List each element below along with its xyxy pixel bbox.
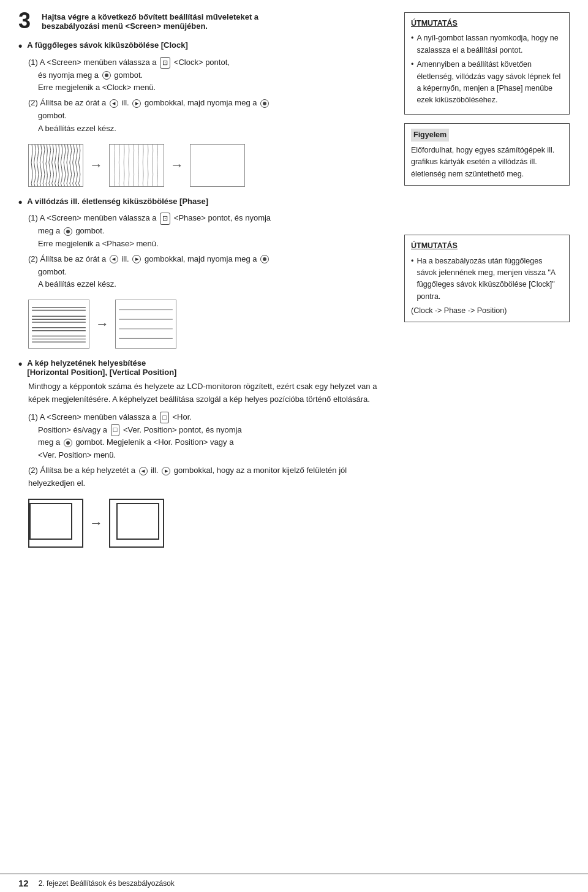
info-box-figyelem: Figyelem Előfordulhat, hogy egyes számít… [404,123,570,186]
phase-step1e: Erre megjelenik a <Phase> menü. [38,239,159,248]
clock-step1b: <Clock> pontot, [174,58,230,67]
clock-step2: (2) Állítsa be az órát a ill. gombokkal,… [28,97,386,135]
pos-inner-before [29,503,72,540]
pos-step1: (1) A <Screen> menüben válassza a □ <Hor… [28,411,386,462]
circle-button-2 [260,99,269,108]
utmutatas2-item2: (Clock -> Phase -> Position) [411,305,563,317]
circle-button-4 [260,255,269,263]
arrow-left-3 [139,467,148,475]
clock-step1e: Erre megjelenik a <Clock> menü. [38,83,156,92]
clock-step2-text: (2) Állítsa be az órát a [28,98,106,107]
info-box-utmutatas2: ÚTMUTATÁS Ha a beszabályozás után függől… [404,235,570,322]
page-header: 3 Hajtsa végre a következő bővített beál… [18,12,386,32]
section-clock-title: • A függőleges sávok kiküszöbölése [Cloc… [18,40,386,53]
utmutatas1-item1-text: A nyíl-gombot lassan nyomkodja, hogy ne … [417,32,563,56]
circle-button-3 [64,227,72,236]
pos-step1g: <Ver. Position> menü. [38,450,116,459]
section-clock-label: A függőleges sávok kiküszöbölése [Clock] [27,40,187,50]
arrow-right-3 [162,467,170,475]
utmutatas1-title: ÚTMUTATÁS [411,18,563,29]
utmutatas1-item2: Amennyiben a beállítást követően életlen… [411,59,563,107]
pos-title2: [Horizontal Position], [Vertical Positio… [27,368,176,377]
utmutatas2-item1-text: Ha a beszabályozás után függőleges sávok… [417,255,563,303]
phase-step1-text: (1) A <Screen> menüben válassza a [28,213,157,222]
right-column: ÚTMUTATÁS A nyíl-gombot lassan nyomkodja… [404,12,570,861]
pos-step2-text: (2) Állítsa be a kép helyzetét a [28,466,135,475]
header-text: Hajtsa végre a következő bővített beállí… [42,12,258,31]
arrow-left-1 [110,99,118,108]
utmutatas2-title: ÚTMUTATÁS [411,240,563,252]
pos-inner-after [116,503,159,540]
clock-step2c: gombokkal, majd nyomja meg a [145,98,257,107]
clock-diagram-after2 [190,144,245,187]
phase-icon: ⊡ [160,213,170,225]
hor-icon: □ [160,412,169,424]
utmutatas1-item1: A nyíl-gombot lassan nyomkodja, hogy ne … [411,32,563,56]
footer-page-number: 12 [18,878,29,888]
info-box-utmutatas1: ÚTMUTATÁS A nyíl-gombot lassan nyomkodja… [404,12,570,115]
clock-step2b: ill. [121,98,129,107]
pos-step1f: gombot. Megjelenik a <Hor. Position> vag… [75,437,233,447]
arrow-3: → [96,316,109,332]
arrow-4: → [89,515,103,531]
phase-lines-svg [29,300,89,348]
section-position-title: • A kép helyzetének helyesbítése [Horizo… [18,358,386,377]
pos-diagram-before [28,499,83,548]
phase-step1: (1) A <Screen> menüben válassza a ⊡ <Pha… [28,212,386,250]
pos-step1e: meg a [38,437,60,447]
page-number: 3 [18,10,31,32]
phase-step2: (2) Állítsa be az órát a ill. gombokkal,… [28,253,386,291]
section-clock: • A függőleges sávok kiküszöbölése [Cloc… [18,40,386,187]
pos-desc: Minthogy a képpontok száma és helyzete a… [28,380,386,406]
arrow-2: → [170,157,184,173]
position-diagram: → [28,499,386,548]
phase-diagram-after [115,300,176,349]
section-position: • A kép helyzetének helyesbítése [Horizo… [18,358,386,547]
wavy-lines-lighter-svg [110,145,164,186]
phase-step2d: gombot. [38,267,67,276]
phase-step2c: gombokkal, majd nyomja meg a [145,254,257,263]
clock-icon: ⊡ [160,57,170,69]
bullet-dot-3: • [18,358,22,371]
section-phase-label: A villódzás ill. életlenség kiküszöbölés… [27,197,208,206]
section-phase: • A villódzás ill. életlenség kiküszöböl… [18,197,386,349]
utmutatas1-item2-text: Amennyiben a beállítást követően életlen… [417,59,563,107]
phase-diagram-before [28,300,89,349]
circle-button-5 [64,439,72,447]
figyelem-title: Figyelem [411,129,449,142]
pos-diagram-after [109,499,164,548]
pos-step1-text: (1) A <Screen> menüben válassza a [28,412,157,421]
phase-step1d: gombot. [75,226,104,235]
pos-step2b: ill. [151,466,158,475]
pos-title: A kép helyzetének helyesbítése [27,358,146,368]
figyelem-items: Előfordulhat, hogy egyes számítógépek il… [411,145,563,180]
arrow-1: → [89,157,103,173]
clock-diagram-before [28,144,83,187]
header-title2: beszabályozási menü <Screen> menüjében. [42,21,258,31]
clock-step1: (1) A <Screen> menüben válassza a ⊡ <Clo… [28,56,386,94]
pos-step1c: Position> és/vagy a [38,425,107,434]
arrow-right-1 [132,99,141,108]
wavy-lines-svg [29,145,83,186]
phase-step2e: A beállítás ezzel kész. [38,279,116,289]
bullet-dot-2: • [18,197,22,209]
phase-step2-text: (2) Állítsa be az órát a [28,254,106,263]
phase-lines-after-svg [116,300,176,348]
main-content: 3 Hajtsa végre a következő bővített beál… [0,0,588,874]
clock-step1d: gombot. [114,70,143,80]
utmutatas2-item1: Ha a beszabályozás után függőleges sávok… [411,255,563,303]
phase-diagram: → [28,300,386,349]
ver-icon: □ [111,424,120,436]
clock-step1c: és nyomja meg a [38,70,99,80]
clock-diagram-after1 [109,144,164,187]
utmutatas2-items: Ha a beszabályozás után függőleges sávok… [411,255,563,317]
phase-step1c: meg a [38,226,60,235]
clock-step2e: A beállítás ezzel kész. [38,124,116,133]
page-footer: 12 2. fejezet Beállítások és beszabályoz… [0,874,588,892]
left-column: 3 Hajtsa végre a következő bővített beál… [18,12,404,861]
pos-step1d: <Ver. Position> pontot, és nyomja [123,425,242,434]
pos-step2: (2) Állítsa be a kép helyzetét a ill. go… [28,464,386,490]
figyelem-item1: Előfordulhat, hogy egyes számítógépek il… [411,145,563,180]
circle-button-1 [102,71,111,80]
utmutatas1-items: A nyíl-gombot lassan nyomkodja, hogy ne … [411,32,563,106]
